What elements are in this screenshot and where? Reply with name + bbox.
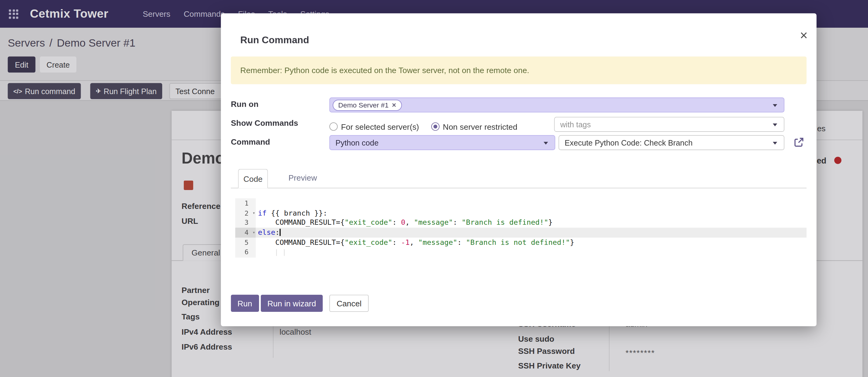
tabs-divider [231,188,807,188]
tab-code[interactable]: Code [238,169,268,188]
line-number[interactable]: 1 [235,198,256,208]
run-command-dialog: Run Command × Remember: Python code is e… [221,13,816,326]
server-tag[interactable]: Demo Server #1 × [333,99,402,110]
tag-remove-icon[interactable]: × [392,102,396,109]
run-on-label: Run on [231,99,258,108]
code-line[interactable]: COMMAND_RESULT={"exit_code": 0, "message… [256,218,807,228]
with-tags-placeholder: with tags [560,120,591,129]
dialog-title: Run Command [240,34,309,46]
radio-for-selected-servers-label[interactable]: For selected server(s) [341,122,419,131]
radio-non-server-restricted-label[interactable]: Non server restricted [443,122,517,131]
line-number[interactable]: 5 [235,237,256,247]
code-editor[interactable]: 12▾34▾56 if {{ branch }}: COMMAND_RESULT… [235,198,807,258]
run-in-wizard-button[interactable]: Run in wizard [261,295,322,312]
fold-icon[interactable]: ▾ [253,210,255,215]
show-commands-label: Show Commands [231,118,298,127]
chevron-down-icon[interactable] [773,104,777,107]
radio-non-server-restricted[interactable] [431,122,439,130]
chevron-down-icon[interactable] [773,142,777,145]
run-on-field[interactable]: Demo Server #1 × [329,97,784,112]
code-line[interactable]: COMMAND_RESULT={"exit_code": -1, "messag… [256,237,807,247]
close-icon[interactable]: × [800,29,807,42]
code-gutter: 12▾34▾56 [235,198,256,258]
cancel-button[interactable]: Cancel [329,295,369,312]
python-warning-alert: Remember: Python code is executed on the… [231,57,807,84]
text-cursor [280,229,281,236]
line-number[interactable]: 6 [235,247,256,257]
screen: Cetmix Tower Servers Commands Files Tool… [0,0,868,377]
run-button[interactable]: Run [231,295,259,312]
command-type-select[interactable]: Python code [329,135,555,150]
code-line[interactable] [256,247,807,257]
line-number[interactable]: 4▾ [235,228,256,237]
external-link-icon[interactable] [793,137,804,148]
with-tags-select[interactable]: with tags [554,117,785,132]
command-label: Command [231,137,270,146]
line-number[interactable]: 3 [235,218,256,228]
chevron-down-icon[interactable] [544,142,548,145]
code-line[interactable]: else: [256,228,807,237]
line-number[interactable]: 2▾ [235,208,256,218]
command-value: Execute Python Code: Check Branch [564,138,692,147]
command-type-value: Python code [335,138,379,147]
indent-guide [276,249,277,256]
code-line[interactable] [256,198,807,208]
command-select[interactable]: Execute Python Code: Check Branch [558,135,784,150]
tab-preview[interactable]: Preview [288,173,317,182]
server-tag-label: Demo Server #1 [338,101,389,109]
chevron-down-icon[interactable] [773,124,777,126]
code-lines[interactable]: if {{ branch }}: COMMAND_RESULT={"exit_c… [256,198,807,258]
fold-icon[interactable]: ▾ [253,230,255,235]
indent-guide [284,249,285,256]
radio-for-selected-servers[interactable] [329,122,338,130]
code-line[interactable]: if {{ branch }}: [256,208,807,218]
